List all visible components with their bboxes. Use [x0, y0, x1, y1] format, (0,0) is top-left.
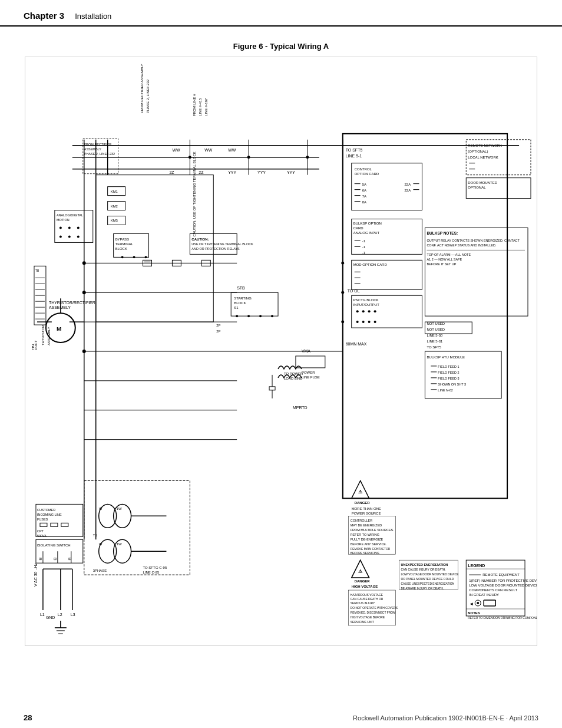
svg-text:ANALOG INPUT: ANALOG INPUT [353, 231, 380, 235]
svg-text:TERMINAL: TERMINAL [115, 242, 134, 246]
svg-point-248 [189, 156, 191, 159]
svg-text:BLOCK: BLOCK [234, 301, 246, 305]
svg-text:VMA: VMA [302, 349, 310, 353]
wiring-diagram: V AC 30 ..Hz GND L1 L2 L3 ISOLATING SWIT… [25, 57, 537, 646]
svg-point-64 [145, 256, 147, 258]
svg-text:ASSEMBLY: ASSEMBLY [49, 305, 71, 309]
figure-title: Figure 6 - Typical Wiring A [233, 42, 329, 51]
svg-text:WW: WW [172, 148, 180, 152]
svg-text:COMPONENTS CAN RESULT: COMPONENTS CAN RESULT [469, 588, 517, 592]
svg-point-132 [259, 315, 262, 317]
svg-text:BULKSP OPTION: BULKSP OPTION [353, 222, 382, 225]
svg-text:M: M [57, 325, 61, 332]
svg-text:⚠: ⚠ [358, 489, 363, 495]
svg-text:LINE N-62: LINE N-62 [438, 388, 453, 392]
svg-text:⊞: ⊞ [39, 557, 42, 561]
svg-text:MAY BE ENERGIZED: MAY BE ENERGIZED [351, 523, 382, 527]
svg-point-120 [368, 310, 371, 312]
svg-text:CONTROL: CONTROL [355, 167, 372, 171]
svg-text:LINE 5-1: LINE 5-1 [346, 154, 362, 158]
svg-point-78 [77, 235, 80, 238]
svg-text:6A: 6A [362, 189, 366, 192]
svg-text:DUCT: DUCT [34, 340, 38, 350]
svg-text:LOCAL NETWORK: LOCAL NETWORK [468, 156, 498, 159]
svg-text:2Z: 2Z [169, 170, 174, 174]
publication-info: Rockwell Automation Publication 1902-IN0… [353, 714, 538, 722]
svg-point-77 [68, 235, 71, 238]
svg-text:MOD OPTION CARD: MOD OPTION CARD [353, 263, 388, 266]
svg-text:LEGEND: LEGEND [468, 564, 485, 568]
svg-text:WW: WW [228, 148, 236, 152]
svg-text:TO SFTG-C-95: TO SFTG-C-95 [143, 566, 167, 569]
svg-text:FIELD FEED 3: FIELD FEED 3 [438, 377, 459, 380]
svg-text:INPUT/OUTPUT: INPUT/OUTPUT [353, 303, 379, 307]
svg-text:L2: L2 [58, 612, 62, 617]
diagram-svg: V AC 30 ..Hz GND L1 L2 L3 ISOLATING SWIT… [25, 57, 537, 645]
svg-text:HIGH VOLTAGE BEFORE: HIGH VOLTAGE BEFORE [351, 615, 385, 619]
svg-text:(OPTIONAL): (OPTIONAL) [468, 150, 488, 153]
svg-point-73 [59, 226, 62, 229]
svg-text:FUSES: FUSES [37, 518, 48, 521]
svg-text:CUSTOMER: CUSTOMER [37, 508, 55, 512]
svg-text:YYY: YYY [257, 170, 266, 174]
page-footer: 28 Rockwell Automation Publication 1902-… [0, 707, 562, 728]
svg-point-121 [374, 310, 376, 312]
svg-text:⊞: ⊞ [68, 557, 71, 561]
svg-text:POWER: POWER [302, 371, 315, 374]
svg-point-241 [82, 261, 86, 265]
svg-text:DANGER: DANGER [355, 579, 371, 583]
svg-text:NOT USED: NOT USED [427, 328, 445, 331]
svg-text:22A: 22A [405, 189, 411, 192]
svg-text:LOAD LINE: LOAD LINE [284, 377, 302, 380]
svg-text:REMOVED. DISCONNECT FROM: REMOVED. DISCONNECT FROM [351, 611, 396, 614]
svg-text:BEFORE IT SET UP: BEFORE IT SET UP [427, 262, 456, 266]
svg-text:FROM RECTIFIER ASSEMBLY: FROM RECTIFIER ASSEMBLY [140, 64, 144, 113]
svg-text:TO SFT5: TO SFT5 [427, 345, 441, 349]
svg-point-251 [341, 262, 344, 265]
page: Chapter 3 Installation Figure 6 - Typica… [0, 0, 562, 728]
svg-text:WW: WW [204, 148, 213, 152]
svg-point-119 [362, 310, 365, 312]
svg-text:⊞: ⊞ [54, 557, 57, 561]
chapter-label: Chapter 3 [24, 11, 64, 21]
svg-text:FROM RECTIFIER: FROM RECTIFIER [84, 143, 112, 146]
svg-text:TOP OF ALARM — ALL NOTE: TOP OF ALARM — ALL NOTE [427, 253, 471, 256]
svg-text:REMOTE EQUIPMENT: REMOTE EQUIPMENT [482, 573, 520, 577]
svg-text:LINE #-415: LINE #-415 [199, 98, 202, 116]
svg-point-62 [121, 256, 124, 258]
svg-point-118 [356, 310, 359, 312]
svg-point-250 [306, 156, 309, 159]
svg-text:UNEXPECTED ENERGIZATION: UNEXPECTED ENERGIZATION [401, 563, 448, 566]
svg-point-130 [236, 315, 238, 317]
svg-text:THYRISTOR: THYRISTOR [41, 325, 45, 345]
svg-text:POWER SOURCE: POWER SOURCE [352, 512, 381, 515]
svg-point-123 [362, 321, 365, 323]
page-header: Chapter 3 Installation [0, 0, 562, 27]
svg-text:CAN CAUSE INJURY OR DEATH.: CAN CAUSE INJURY OR DEATH. [401, 568, 446, 571]
svg-text:YYY: YYY [228, 170, 236, 174]
svg-text:AND OR PROTECTION RELAYS: AND OR PROTECTION RELAYS [191, 247, 240, 251]
svg-text:NOTES: NOTES [468, 611, 480, 615]
svg-text:PHASE 2, LINE#-232: PHASE 2, LINE#-232 [84, 152, 115, 156]
svg-text:-1: -1 [362, 245, 366, 249]
svg-text:-1: -1 [362, 239, 366, 243]
svg-text:CPT: CPT [37, 529, 44, 533]
svg-text:SERVICING UNIT: SERVICING UNIT [351, 620, 374, 624]
svg-point-253 [341, 321, 344, 324]
svg-text:STARTING: STARTING [234, 297, 252, 300]
svg-text:ASSEMBLY: ASSEMBLY [84, 147, 101, 151]
svg-text:MPRTD: MPRTD [293, 406, 308, 410]
svg-text:NOT USED: NOT USED [427, 322, 445, 325]
svg-text:YYY: YYY [287, 170, 295, 174]
svg-text:CAUTION:: CAUTION: [191, 238, 209, 241]
svg-text:KM1: KM1 [111, 190, 118, 193]
svg-text:7A: 7A [362, 195, 366, 198]
svg-text:OUTPUT RELAY CONTACTS SHOWN EN: OUTPUT RELAY CONTACTS SHOWN ENERGIZED. C… [427, 239, 520, 242]
svg-text:PNCTG BLOCK: PNCTG BLOCK [353, 298, 379, 302]
svg-point-124 [368, 321, 371, 323]
svg-text:IN GREAT INJURY: IN GREAT INJURY [469, 593, 499, 597]
svg-text:TO POWER: TO POWER [284, 372, 303, 375]
svg-point-63 [133, 256, 135, 258]
svg-text:HAZARDOUS VOLTAGE: HAZARDOUS VOLTAGE [351, 593, 384, 597]
header-title: Installation [75, 12, 111, 21]
